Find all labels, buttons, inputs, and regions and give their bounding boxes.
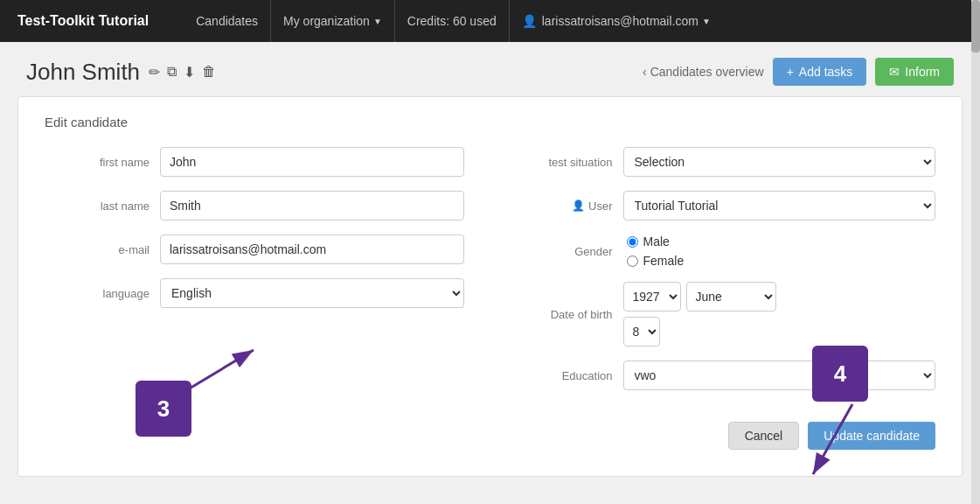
form-left: first name last name e-mail language Eng… bbox=[45, 147, 464, 404]
user-row: 👤 User Tutorial Tutorial bbox=[517, 191, 936, 220]
nav-links: Candidates My organization ▼ Credits: 60… bbox=[184, 0, 963, 42]
page-header-actions: ‹ Candidates overview + Add tasks ✉ Info… bbox=[643, 58, 954, 86]
email-icon: ✉ bbox=[889, 65, 900, 79]
top-nav: Test-Toolkit Tutorial Candidates My orga… bbox=[0, 0, 980, 42]
card-title: Edit candidate bbox=[45, 115, 935, 130]
page-title-area: John Smith ✏ ⧉ ⬇ 🗑 bbox=[26, 59, 216, 86]
gender-male-radio[interactable] bbox=[627, 236, 638, 248]
education-row: Education vwo havo vmbo mbo hbo wo bbox=[517, 360, 936, 390]
first-name-label: first name bbox=[45, 156, 149, 169]
user-icon: 👤 bbox=[522, 14, 537, 28]
add-tasks-button[interactable]: + Add tasks bbox=[773, 58, 867, 86]
update-candidate-button[interactable]: Update candidate bbox=[808, 422, 935, 450]
gender-row: Gender Male Female bbox=[517, 234, 936, 268]
last-name-row: last name bbox=[45, 191, 464, 220]
page-title-icons: ✏ ⧉ ⬇ 🗑 bbox=[149, 64, 216, 80]
user-select[interactable]: Tutorial Tutorial bbox=[623, 191, 936, 220]
nav-credits: Credits: 60 used bbox=[395, 0, 510, 42]
email-input[interactable] bbox=[160, 234, 464, 264]
email-label: e-mail bbox=[45, 243, 149, 256]
edit-icon[interactable]: ✏ bbox=[149, 64, 160, 80]
user-label-wrap: 👤 User bbox=[517, 200, 613, 213]
gender-radio-group: Male Female bbox=[623, 234, 685, 268]
trash-icon[interactable]: 🗑 bbox=[202, 64, 216, 80]
language-label: language bbox=[45, 287, 149, 300]
page-header: John Smith ✏ ⧉ ⬇ 🗑 ‹ Candidates overview… bbox=[0, 42, 980, 96]
dob-row: Date of birth 1927 1928 1929 January Feb… bbox=[517, 282, 936, 346]
annotation-3: 3 bbox=[136, 381, 191, 437]
email-row: e-mail bbox=[45, 234, 464, 264]
last-name-label: last name bbox=[45, 200, 149, 213]
dob-selects-wrap: 1927 1928 1929 January February March Ap… bbox=[623, 282, 776, 346]
gender-label: Gender bbox=[517, 245, 613, 258]
gender-male-option[interactable]: Male bbox=[627, 234, 685, 248]
download-icon[interactable]: ⬇ bbox=[184, 64, 195, 80]
first-name-row: first name bbox=[45, 147, 464, 177]
inform-button[interactable]: ✉ Inform bbox=[875, 58, 954, 86]
copy-icon[interactable]: ⧉ bbox=[167, 64, 177, 80]
annotation-4: 4 bbox=[812, 346, 868, 402]
page-title: John Smith bbox=[26, 59, 140, 86]
first-name-input[interactable] bbox=[160, 147, 464, 177]
language-row: language English Dutch French German Spa… bbox=[45, 278, 464, 308]
test-situation-select[interactable]: Selection Development Assessment bbox=[623, 147, 936, 177]
chevron-left-icon: ‹ bbox=[643, 65, 647, 79]
app-brand: Test-Toolkit Tutorial bbox=[17, 13, 149, 29]
test-situation-label: test situation bbox=[517, 156, 613, 169]
form-container: first name last name e-mail language Eng… bbox=[45, 147, 935, 404]
dob-month-select[interactable]: January February March April May June Ju… bbox=[686, 282, 776, 312]
dob-year-select[interactable]: 1927 1928 1929 bbox=[623, 282, 681, 312]
plus-icon: + bbox=[787, 65, 794, 79]
dob-label: Date of birth bbox=[517, 308, 613, 321]
nav-user[interactable]: 👤 larissatroisans@hotmail.com ▼ bbox=[510, 0, 723, 42]
form-right: test situation Selection Development Ass… bbox=[517, 147, 936, 404]
nav-candidates[interactable]: Candidates bbox=[184, 0, 270, 42]
user-small-icon: 👤 bbox=[572, 200, 585, 212]
cancel-button[interactable]: Cancel bbox=[728, 422, 800, 450]
education-label: Education bbox=[517, 369, 613, 382]
last-name-input[interactable] bbox=[160, 191, 464, 220]
gender-female-radio[interactable] bbox=[627, 256, 638, 267]
scrollbar-thumb[interactable] bbox=[971, 0, 980, 52]
nav-my-org[interactable]: My organization ▼ bbox=[270, 0, 395, 42]
test-situation-row: test situation Selection Development Ass… bbox=[517, 147, 936, 177]
language-select[interactable]: English Dutch French German Spanish bbox=[160, 278, 464, 308]
chevron-down-icon: ▼ bbox=[702, 17, 711, 26]
scrollbar[interactable] bbox=[971, 0, 980, 504]
chevron-down-icon: ▼ bbox=[373, 17, 382, 26]
dob-selects: 1927 1928 1929 January February March Ap… bbox=[623, 282, 776, 312]
user-label: User bbox=[588, 200, 612, 213]
candidates-overview-button[interactable]: ‹ Candidates overview bbox=[643, 65, 764, 79]
gender-female-option[interactable]: Female bbox=[627, 254, 685, 268]
page-wrapper: Test-Toolkit Tutorial Candidates My orga… bbox=[0, 0, 980, 504]
dob-day-select[interactable]: 8 9 bbox=[623, 317, 660, 346]
education-select[interactable]: vwo havo vmbo mbo hbo wo bbox=[623, 360, 936, 390]
